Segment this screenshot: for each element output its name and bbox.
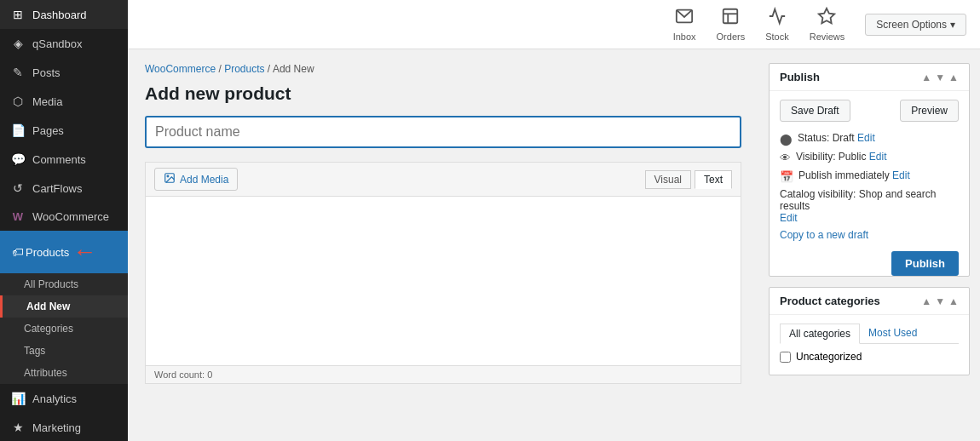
- topbar-orders[interactable]: Orders: [717, 7, 746, 42]
- cat-collapse-down[interactable]: ▼: [935, 295, 945, 307]
- visibility-value: Public: [839, 151, 867, 163]
- screen-options-label: Screen Options: [876, 19, 947, 31]
- product-categories-body: All categories Most Used Uncategorized: [770, 315, 969, 375]
- sidebar-item-label: CartFlows: [32, 182, 83, 195]
- copy-draft-link[interactable]: Copy to a new draft: [780, 229, 959, 241]
- sidebar-item-label: Products: [26, 246, 69, 259]
- dashboard-icon: ⊞: [10, 8, 26, 21]
- products-submenu: All Products Add New Categories Tags Att…: [0, 273, 128, 384]
- sidebar-item-marketing[interactable]: ★ Marketing: [0, 413, 128, 441]
- product-categories-title: Product categories: [780, 295, 880, 307]
- sidebar-sub-tags[interactable]: Tags: [0, 340, 128, 362]
- editor-body[interactable]: [145, 196, 741, 366]
- toggle-icon[interactable]: ▲: [948, 72, 959, 83]
- sidebar-item-comments[interactable]: 💬 Comments: [0, 145, 128, 174]
- sidebar-item-woocommerce[interactable]: W WooCommerce: [0, 203, 128, 231]
- woocommerce-icon: W: [10, 210, 26, 223]
- topbar-orders-label: Orders: [717, 32, 746, 42]
- svg-marker-4: [819, 9, 834, 23]
- reviews-icon: [817, 7, 836, 30]
- cat-label-uncategorized: Uncategorized: [796, 351, 862, 363]
- cat-tab-most-used[interactable]: Most Used: [860, 324, 925, 343]
- add-media-icon: [164, 172, 176, 186]
- cat-toggle[interactable]: ▲: [948, 295, 959, 307]
- save-draft-button[interactable]: Save Draft: [780, 100, 850, 122]
- sidebar-item-label: Analytics: [32, 392, 77, 405]
- collapse-up-icon[interactable]: ▲: [921, 72, 931, 83]
- topbar-inbox[interactable]: Inbox: [673, 7, 696, 42]
- add-media-button[interactable]: Add Media: [154, 168, 238, 191]
- preview-button[interactable]: Preview: [900, 100, 959, 122]
- svg-rect-1: [723, 9, 738, 24]
- sidebar-item-products[interactable]: 🏷 Products ←: [0, 231, 128, 273]
- content-area: WooCommerce / Products / Add New Add new…: [128, 49, 980, 441]
- sidebar-sub-attributes[interactable]: Attributes: [0, 362, 128, 384]
- publish-panel-body: Save Draft Preview ⬤ Status: Draft Edit …: [770, 91, 969, 260]
- publish-edit[interactable]: Edit: [892, 169, 910, 181]
- tab-visual[interactable]: Visual: [645, 170, 691, 189]
- publish-time-row: 📅 Publish immediately Edit: [780, 169, 959, 183]
- publish-button[interactable]: Publish: [891, 251, 959, 276]
- sidebar-item-pages[interactable]: 📄 Pages: [0, 116, 128, 145]
- editor-toolbar: Add Media Visual Text: [145, 162, 741, 196]
- cat-collapse-up[interactable]: ▲: [921, 295, 931, 307]
- visibility-edit[interactable]: Edit: [869, 151, 887, 163]
- screen-options-button[interactable]: Screen Options ▾: [865, 14, 966, 36]
- qsandbox-icon: ◈: [10, 37, 26, 50]
- topbar-reviews-label: Reviews: [810, 32, 845, 42]
- topbar-stock-label: Stock: [765, 32, 789, 42]
- cat-checkbox-uncategorized[interactable]: [780, 352, 791, 363]
- topbar-inbox-label: Inbox: [673, 32, 696, 42]
- main-content: WooCommerce / Products / Add New Add new…: [128, 49, 758, 441]
- breadcrumb-woocommerce[interactable]: WooCommerce: [145, 63, 216, 75]
- sidebar-item-cartflows[interactable]: ↺ CartFlows: [0, 174, 128, 203]
- breadcrumb-current: Add New: [273, 63, 314, 75]
- visibility-icon: 👁: [780, 152, 791, 164]
- cat-tab-all[interactable]: All categories: [780, 324, 860, 344]
- right-sidebar: Publish ▲ ▼ ▲ Save Draft Preview ⬤: [758, 49, 980, 441]
- tab-text[interactable]: Text: [695, 170, 732, 189]
- sidebar-sub-categories[interactable]: Categories: [0, 318, 128, 340]
- catalog-edit[interactable]: Edit: [780, 212, 959, 224]
- publish-panel-title: Publish: [780, 71, 820, 83]
- status-label: Status:: [798, 132, 829, 144]
- status-value: Draft: [833, 132, 855, 144]
- sidebar-item-qsandbox[interactable]: ◈ qSandbox: [0, 29, 128, 58]
- sidebar-item-label: WooCommerce: [32, 210, 109, 223]
- svg-point-6: [167, 175, 169, 177]
- sidebar: ⊞ Dashboard ◈ qSandbox ✎ Posts ⬡ Media 📄…: [0, 0, 128, 441]
- screen-options-chevron: ▾: [950, 19, 955, 31]
- topbar: Inbox Orders Stock Reviews: [128, 0, 980, 49]
- sidebar-item-label: Marketing: [32, 421, 81, 434]
- analytics-icon: 📊: [10, 392, 26, 405]
- visibility-label: Visibility:: [796, 151, 835, 163]
- word-count: Word count: 0: [145, 366, 741, 384]
- product-categories-panel: Product categories ▲ ▼ ▲ All categories …: [769, 287, 970, 375]
- posts-icon: ✎: [10, 66, 26, 79]
- topbar-reviews[interactable]: Reviews: [810, 7, 845, 42]
- sidebar-sub-all-products[interactable]: All Products: [0, 273, 128, 295]
- sidebar-item-posts[interactable]: ✎ Posts: [0, 58, 128, 87]
- status-row: ⬤ Status: Draft Edit: [780, 132, 959, 146]
- products-arrow: ←: [72, 238, 96, 266]
- pages-icon: 📄: [10, 123, 26, 137]
- publish-label: Publish: [798, 169, 832, 181]
- sidebar-item-dashboard[interactable]: ⊞ Dashboard: [0, 0, 128, 29]
- topbar-icons: Inbox Orders Stock Reviews: [673, 7, 966, 42]
- sidebar-item-media[interactable]: ⬡ Media: [0, 87, 128, 116]
- product-categories-controls: ▲ ▼ ▲: [921, 295, 959, 307]
- collapse-down-icon[interactable]: ▼: [935, 72, 945, 83]
- sidebar-item-analytics[interactable]: 📊 Analytics: [0, 384, 128, 413]
- sidebar-item-label: Posts: [32, 66, 61, 79]
- visibility-row: 👁 Visibility: Public Edit: [780, 151, 959, 164]
- breadcrumb-products[interactable]: Products: [224, 63, 264, 75]
- page-title: Add new product: [145, 83, 741, 104]
- sidebar-sub-add-new[interactable]: Add New: [0, 295, 128, 318]
- topbar-stock[interactable]: Stock: [765, 7, 789, 42]
- sidebar-item-label: Media: [32, 95, 62, 108]
- calendar-icon: 📅: [780, 170, 793, 183]
- product-name-input[interactable]: [145, 116, 741, 148]
- status-edit[interactable]: Edit: [857, 132, 875, 144]
- editor-tabs: Visual Text: [645, 170, 732, 189]
- cartflows-icon: ↺: [10, 181, 26, 195]
